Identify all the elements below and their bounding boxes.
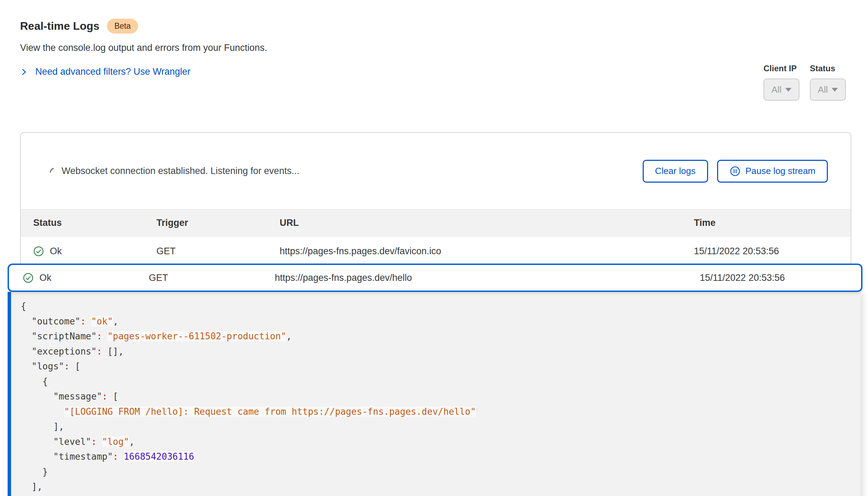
logs-card: Websocket connection established. Listen… — [20, 132, 851, 267]
websocket-status-bar: Websocket connection established. Listen… — [21, 133, 851, 209]
page-header: Real-time Logs Beta View the console.log… — [20, 19, 267, 77]
clear-logs-button[interactable]: Clear logs — [643, 160, 708, 183]
websocket-status-text: Websocket connection established. Listen… — [62, 166, 299, 176]
cell-time: 15/11/2022 20:53:56 — [694, 246, 851, 257]
check-circle-icon — [33, 246, 44, 257]
column-header-trigger: Trigger — [156, 218, 280, 228]
filter-label-status: Status — [810, 64, 846, 73]
chevron-down-icon — [785, 88, 792, 92]
filter-client-ip: Client IP All — [763, 64, 799, 101]
beta-badge: Beta — [107, 19, 138, 34]
status-label: Ok — [50, 246, 62, 257]
chevron-down-icon — [832, 88, 838, 92]
table-row-selected[interactable]: Ok GET https://pages-fns.pages.dev/hello… — [8, 264, 862, 292]
check-circle-icon — [23, 273, 34, 283]
status-filter-value: All — [818, 84, 828, 95]
column-header-url: URL — [280, 218, 694, 228]
cell-url: https://pages-fns.pages.dev/hello — [275, 273, 700, 283]
pause-icon — [730, 166, 741, 177]
client-ip-filter-value: All — [771, 84, 781, 95]
clear-logs-label: Clear logs — [655, 166, 696, 176]
pause-log-stream-button[interactable]: Pause log stream — [717, 160, 828, 183]
filter-label-client-ip: Client IP — [763, 64, 799, 73]
cell-trigger: GET — [156, 246, 280, 257]
wrangler-link[interactable]: Need advanced filters? Use Wrangler — [20, 66, 190, 77]
page-subtitle: View the console.log output and errors f… — [20, 43, 267, 53]
expanded-log-panel: Ok GET https://pages-fns.pages.dev/hello… — [8, 264, 862, 496]
table-header: Status Trigger URL Time — [21, 209, 851, 237]
client-ip-filter-dropdown[interactable]: All — [763, 79, 799, 101]
cell-status: Ok — [23, 273, 149, 283]
cell-url: https://pages-fns.pages.dev/favicon.ico — [280, 246, 694, 257]
spinner-icon — [48, 166, 55, 176]
log-actions: Clear logs Pause log stream — [643, 160, 828, 183]
wrangler-link-label: Need advanced filters? Use Wrangler — [35, 66, 190, 77]
log-detail-json: { "outcome": "ok", "scriptName": "pages-… — [8, 292, 860, 496]
cell-trigger: GET — [149, 273, 275, 283]
pause-log-stream-label: Pause log stream — [745, 166, 815, 176]
chevron-right-icon — [20, 68, 28, 76]
column-header-time: Time — [694, 218, 851, 228]
column-header-status: Status — [33, 218, 156, 228]
table-row[interactable]: Ok GET https://pages-fns.pages.dev/favic… — [21, 237, 851, 266]
realtime-logs-page: Real-time Logs Beta View the console.log… — [0, 0, 868, 496]
cell-status: Ok — [33, 246, 156, 257]
page-title: Real-time Logs — [20, 20, 99, 33]
cell-time: 15/11/2022 20:53:56 — [700, 273, 861, 283]
status-filter-dropdown[interactable]: All — [810, 79, 846, 101]
filters: Client IP All Status All — [763, 64, 846, 101]
status-label: Ok — [39, 273, 52, 283]
filter-status: Status All — [810, 64, 846, 101]
